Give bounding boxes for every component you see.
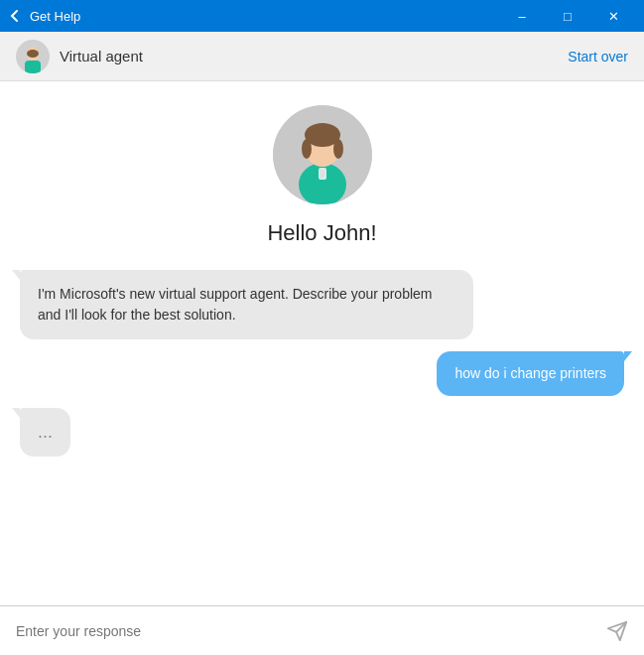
messages-container: I'm Microsoft's new virtual support agen… <box>20 270 624 457</box>
window-controls: – □ ✕ <box>499 0 636 32</box>
app-title: Get Help <box>30 9 499 24</box>
minimize-button[interactable]: – <box>499 0 545 32</box>
send-button[interactable] <box>606 620 628 642</box>
input-area <box>0 605 644 655</box>
user-message-1: how do i change printers <box>20 351 624 396</box>
back-button[interactable] <box>8 9 22 23</box>
maximize-button[interactable]: □ <box>545 0 590 32</box>
user-message-text-1: how do i change printers <box>454 365 606 381</box>
bot-bubble-1: I'm Microsoft's new virtual support agen… <box>20 270 473 339</box>
svg-point-3 <box>27 50 39 58</box>
bot-message-1: I'm Microsoft's new virtual support agen… <box>20 270 624 339</box>
typing-bubble: ... <box>20 408 70 457</box>
svg-rect-11 <box>320 170 324 178</box>
bot-message-text-1: I'm Microsoft's new virtual support agen… <box>38 286 433 323</box>
agent-name: Virtual agent <box>60 48 568 65</box>
typing-indicator: ... <box>20 408 624 457</box>
close-button[interactable]: ✕ <box>590 0 636 32</box>
svg-point-9 <box>333 139 343 159</box>
response-input[interactable] <box>16 623 606 639</box>
svg-point-8 <box>302 139 312 159</box>
greeting-text: Hello John! <box>267 220 376 246</box>
title-bar: Get Help – □ ✕ <box>0 0 644 32</box>
agent-avatar-small <box>16 40 50 73</box>
agent-avatar-large <box>273 105 372 204</box>
header-bar: Virtual agent Start over <box>0 32 644 81</box>
chat-area: Hello John! I'm Microsoft's new virtual … <box>0 81 644 605</box>
typing-dots: ... <box>38 422 53 442</box>
user-bubble-1: how do i change printers <box>437 351 624 396</box>
start-over-link[interactable]: Start over <box>568 49 628 65</box>
svg-rect-2 <box>25 61 41 73</box>
